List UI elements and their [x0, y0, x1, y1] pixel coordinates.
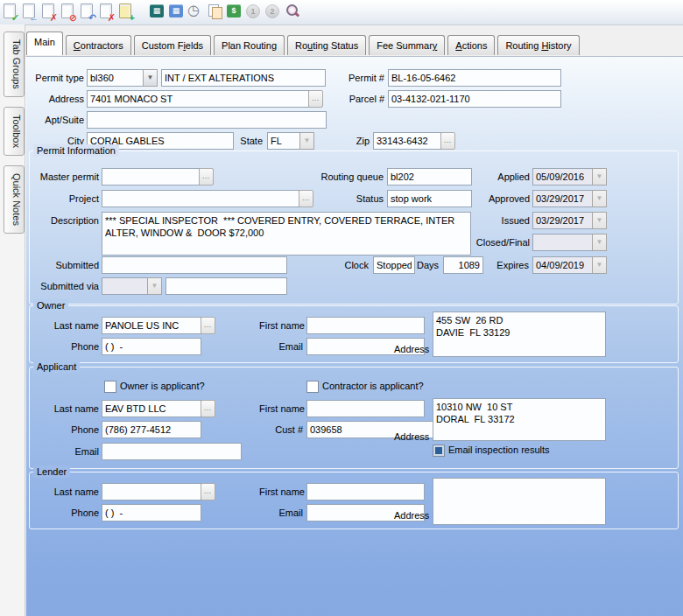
submitted-via-combo[interactable] [102, 277, 149, 295]
globe-2-icon[interactable]: 2 [263, 0, 282, 23]
undo-icon[interactable]: ↶ [77, 0, 96, 23]
zip-browse-button[interactable]: … [440, 132, 455, 150]
lender-first-name-label: First name [259, 483, 303, 500]
tab-contractors[interactable]: Contractors [66, 35, 131, 55]
submitted-via-desc-field[interactable] [165, 277, 287, 295]
permit-type-combo[interactable] [87, 69, 144, 87]
state-label: State [235, 132, 263, 150]
tab-fee-summary[interactable]: Fee Summary [369, 35, 445, 55]
lender-caption: Lender [33, 466, 70, 478]
applicant-last-name-field[interactable] [102, 400, 201, 417]
status-field[interactable] [387, 190, 472, 207]
days-field[interactable] [443, 256, 483, 274]
owner-last-name-field[interactable] [102, 317, 201, 334]
map-icon[interactable]: ▦ [147, 0, 166, 23]
approved-dropdown-icon[interactable]: ▼ [592, 190, 607, 207]
tab-custom-fields[interactable]: Custom Fields [134, 35, 211, 55]
side-tab-toolbox[interactable]: Toolbox [4, 107, 25, 156]
side-tab-quick-notes[interactable]: Quick Notes [4, 165, 25, 234]
owner-address-label: Address [394, 340, 429, 358]
cash-icon[interactable]: $ [224, 0, 243, 23]
main-panel: Permit type ▼ Permit # Address … Parcel … [25, 56, 683, 616]
issued-dropdown-icon[interactable]: ▼ [592, 212, 607, 229]
state-dropdown-icon[interactable]: ▼ [299, 132, 314, 150]
toolbar: ✔←✗⊘↶✗+▦▦◷$12 [0, 0, 683, 25]
apt-suite-field[interactable] [87, 111, 327, 129]
lender-address-block[interactable] [433, 478, 606, 525]
tab-plan-routing[interactable]: Plan Routing [214, 35, 285, 55]
owner-is-applicant-label: Owner is applicant? [120, 380, 205, 392]
globe-1-icon[interactable]: 1 [243, 0, 263, 23]
applicant-first-name-field[interactable] [306, 400, 425, 417]
contractor-is-applicant-label: Contractor is applicant? [322, 380, 424, 392]
permit-number-label: Permit # [332, 69, 384, 87]
tab-routing-status[interactable]: Routing Status [287, 35, 366, 55]
remove-doc-icon[interactable]: ✗ [96, 0, 116, 23]
description-field[interactable] [102, 212, 471, 256]
parcel-number-field[interactable] [388, 90, 561, 108]
copy-icon[interactable] [205, 0, 224, 23]
delete-icon[interactable]: ✗ [39, 0, 58, 23]
lender-last-name-browse-button[interactable]: … [201, 483, 215, 500]
add-note-icon[interactable]: + [116, 0, 135, 23]
project-field[interactable] [102, 190, 299, 207]
applicant-last-name-browse-button[interactable]: … [201, 400, 215, 417]
issued-date-field[interactable] [532, 212, 594, 229]
clock-state-field[interactable] [373, 256, 415, 274]
status-label: Status [305, 190, 384, 207]
applicant-address-block[interactable] [433, 398, 606, 441]
owner-is-applicant-checkbox[interactable] [104, 381, 116, 393]
apt-suite-label: Apt/Suite [28, 111, 84, 129]
owner-address-block[interactable] [433, 312, 606, 357]
applied-dropdown-icon[interactable]: ▼ [592, 168, 607, 186]
closed-final-dropdown-icon[interactable]: ▼ [592, 234, 607, 251]
submitted-via-dropdown-icon[interactable]: ▼ [147, 277, 162, 295]
calculator-icon[interactable]: ▦ [166, 0, 186, 23]
applicant-email-label: Email [28, 443, 99, 460]
owner-last-name-browse-button[interactable]: … [201, 317, 215, 334]
clock-icon[interactable]: ◷ [186, 0, 205, 23]
address-browse-button[interactable]: … [308, 90, 323, 108]
lender-first-name-field[interactable] [306, 483, 425, 500]
applied-label: Applied [477, 168, 530, 186]
owner-phone-label: Phone [28, 338, 99, 355]
applied-date-field[interactable] [532, 168, 594, 186]
expires-label: Expires [494, 256, 529, 274]
owner-first-name-label: First name [259, 317, 303, 334]
zip-field[interactable] [373, 132, 441, 150]
block-icon[interactable]: ⊘ [58, 0, 77, 23]
expires-dropdown-icon[interactable]: ▼ [592, 256, 607, 274]
state-combo[interactable] [267, 132, 301, 150]
tab-actions[interactable]: Actions [447, 35, 495, 55]
email-inspection-results-checkbox[interactable] [433, 444, 445, 457]
lender-email-label: Email [268, 504, 303, 522]
search-icon[interactable] [282, 0, 301, 23]
back-icon[interactable]: ← [19, 0, 39, 23]
applicant-phone-field[interactable] [102, 421, 201, 438]
submitted-field[interactable] [102, 256, 287, 274]
accept-icon[interactable]: ✔ [0, 0, 19, 23]
applicant-email-field[interactable] [102, 443, 242, 460]
master-permit-field[interactable] [102, 168, 200, 186]
parcel-number-label: Parcel # [332, 90, 384, 108]
tab-routing-history[interactable]: Routing History [497, 35, 579, 55]
owner-first-name-field[interactable] [306, 317, 425, 334]
lender-last-name-field[interactable] [102, 483, 201, 500]
applicant-last-name-label: Last name [28, 400, 99, 417]
address-field[interactable] [87, 90, 309, 108]
permit-number-field[interactable] [388, 69, 561, 87]
routing-queue-field[interactable] [387, 168, 472, 186]
approved-date-field[interactable] [532, 190, 594, 207]
owner-phone-field[interactable] [102, 338, 201, 355]
description-label: Description [28, 212, 99, 229]
side-tab-tab-groups[interactable]: Tab Groups [4, 32, 25, 97]
lender-phone-field[interactable] [102, 504, 201, 522]
permit-type-dropdown-icon[interactable]: ▼ [143, 69, 158, 87]
permit-type-desc-field[interactable] [161, 69, 326, 87]
tab-main[interactable]: Main [26, 32, 63, 55]
closed-final-date-field[interactable] [532, 234, 594, 251]
master-permit-browse-button[interactable]: … [199, 168, 214, 186]
owner-email-label: Email [268, 338, 303, 355]
contractor-is-applicant-checkbox[interactable] [306, 381, 319, 393]
expires-date-field[interactable] [532, 256, 594, 274]
